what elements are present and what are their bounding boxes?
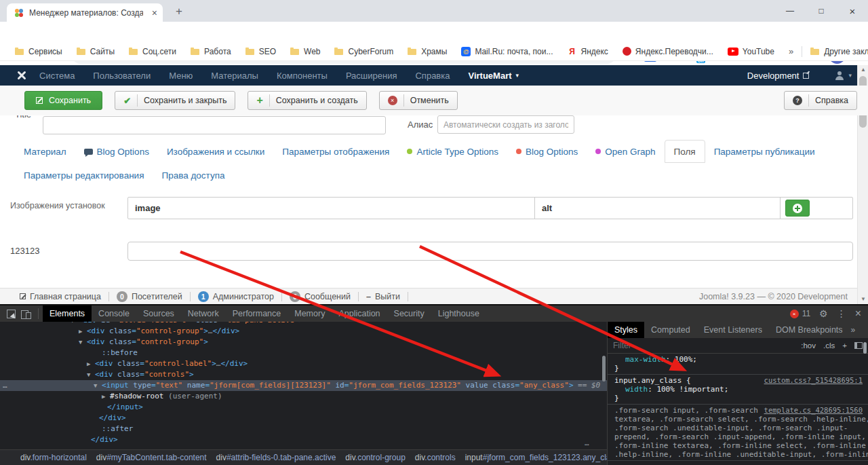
save-close-button[interactable]: ✔ Сохранить и закрыть <box>115 91 235 110</box>
tab-параметры-редактирования[interactable]: Параметры редактирования <box>15 170 153 181</box>
devtools-tab-security[interactable]: Security <box>387 305 431 322</box>
breadcrumb-item[interactable]: div.form-horizontal <box>20 453 87 462</box>
cls-toggle[interactable]: .cls <box>823 341 835 350</box>
menu-item-материалы[interactable]: Материалы <box>211 71 258 81</box>
save-new-button[interactable]: + Сохранить и создать <box>248 91 366 110</box>
devtools-tab-sources[interactable]: Sources <box>136 305 181 322</box>
error-count-badge[interactable]: × 11 <box>790 309 810 318</box>
dom-tree-row[interactable]: </div> <box>0 434 607 445</box>
browser-tab[interactable]: Менеджер материалов: Создан × <box>7 3 163 22</box>
custom-field-input[interactable] <box>127 242 853 261</box>
device-toolbar-icon[interactable] <box>21 309 31 319</box>
style-rule-line[interactable]: } <box>608 394 868 403</box>
tab-close-icon[interactable]: × <box>152 7 157 18</box>
menu-item-virtuemart[interactable]: VirtueMart <box>468 71 511 81</box>
breadcrumb-item[interactable]: div#attrib-fields-0.tab-pane.active <box>216 453 336 462</box>
stylesheet-link[interactable]: template.cs_428695:1560 <box>764 406 868 415</box>
tab-open-graph[interactable]: Open Graph <box>587 147 664 157</box>
tab-blog-options[interactable]: Blog Options <box>507 147 587 157</box>
style-rule-line[interactable]: .form-search .uneditable-input, .form-se… <box>608 424 868 432</box>
development-link[interactable]: Development <box>747 71 800 81</box>
elements-scrollbar-thumb[interactable] <box>602 356 606 382</box>
tab-параметры-публикации[interactable]: Параметры публикации <box>705 147 824 157</box>
bookmark-item[interactable]: YouTube <box>728 47 774 56</box>
hov-toggle[interactable]: :hov <box>801 341 816 350</box>
bookmark-item[interactable]: Web <box>290 47 320 56</box>
admins-status[interactable]: 1 Администратор <box>191 292 282 301</box>
home-page-link[interactable]: Главная страница <box>12 292 109 301</box>
bookmark-item[interactable]: Яндекс.Переводчи... <box>623 47 713 56</box>
visitors-status[interactable]: 0 Посетителей <box>109 292 191 301</box>
bookmarks-overflow-icon[interactable]: » <box>789 46 793 56</box>
alt-subfield[interactable]: alt <box>535 198 781 219</box>
other-bookmarks-button[interactable]: Другие закладки <box>810 47 868 56</box>
menu-item-компоненты[interactable]: Компоненты <box>277 71 328 81</box>
style-rule-line[interactable]: template.cs_428695:1560.form-search inpu… <box>608 406 868 415</box>
devtools-tab-console[interactable]: Console <box>92 305 136 322</box>
style-rule-line[interactable]: } <box>608 364 868 373</box>
styles-tab-styles[interactable]: Styles <box>608 322 644 338</box>
dom-tree-row[interactable]: ::before <box>0 348 607 358</box>
style-rule-line[interactable]: max-width: 100%; <box>608 355 868 364</box>
style-rule-line[interactable]: custom.css?_515428695:1input.any_class { <box>608 376 868 385</box>
dom-tree-row[interactable]: ::after <box>0 424 607 434</box>
menu-item-меню[interactable]: Меню <box>169 71 193 81</box>
user-icon[interactable] <box>835 71 844 80</box>
tab-параметры-отображения[interactable]: Параметры отображения <box>273 147 398 157</box>
devtools-tab-application[interactable]: Application <box>332 305 387 322</box>
breadcrumb-item[interactable]: div.control-group <box>345 453 406 462</box>
bookmark-item[interactable]: Соц.сети <box>129 47 176 56</box>
panel-toggle-icon[interactable] <box>854 342 863 349</box>
logout-link[interactable]: – Выйти <box>359 292 408 301</box>
menu-item-пользователи[interactable]: Пользователи <box>93 71 151 81</box>
styles-tab-event-listeners[interactable]: Event Listeners <box>697 322 769 338</box>
bookmark-item[interactable]: Сервисы <box>15 47 62 56</box>
bookmark-item[interactable]: Сайты <box>77 47 115 56</box>
dom-tree-row[interactable]: …▼<input type="text" name="jform[com_fie… <box>0 380 607 391</box>
style-rule-line[interactable]: prepend, .form-search .input-append, .fo… <box>608 432 868 441</box>
alias-input[interactable] <box>437 115 574 134</box>
messages-status[interactable]: 0 Сообщений <box>282 292 359 301</box>
styles-scrollbar-thumb[interactable] <box>863 342 867 354</box>
bookmark-item[interactable]: Работа <box>191 47 231 56</box>
breadcrumb-item[interactable]: div.controls <box>415 453 456 462</box>
styles-tab-dom-breakpoints[interactable]: DOM Breakpoints <box>769 322 850 338</box>
style-rule-line[interactable]: width: 100% !important; <box>608 385 868 394</box>
new-tab-button[interactable]: + <box>172 5 186 18</box>
inspect-element-icon[interactable] <box>7 310 16 318</box>
devtools-tab-performance[interactable]: Performance <box>226 305 288 322</box>
dom-tree-row[interactable]: </div> <box>0 413 607 424</box>
close-window-button[interactable]: × <box>837 0 868 22</box>
devtools-tab-elements[interactable]: Elements <box>43 305 92 322</box>
menu-item-расширения[interactable]: Расширения <box>346 71 397 81</box>
tab-материал[interactable]: Материал <box>15 147 75 157</box>
dom-tree-row[interactable]: ▶<div class="control-label">…</div> <box>0 358 607 369</box>
minimize-button[interactable]: — <box>774 0 806 22</box>
tab-blog-options[interactable]: Blog Options <box>75 147 158 157</box>
maximize-button[interactable]: □ <box>806 0 837 22</box>
tab-article-type-options[interactable]: Article Type Options <box>398 147 507 157</box>
gear-icon[interactable]: ⚙ <box>819 308 828 319</box>
devtools-menu-icon[interactable]: ⋮ <box>837 308 846 319</box>
cancel-button[interactable]: × Отменить <box>379 91 458 110</box>
tab-поля[interactable]: Поля <box>665 140 705 163</box>
image-subfield[interactable]: image <box>128 198 535 219</box>
breadcrumb-item[interactable]: input#jform_com_fields_123123.any_class <box>465 453 607 462</box>
devtools-tab-lighthouse[interactable]: Lighthouse <box>431 305 486 322</box>
breadcrumb-item[interactable]: div#myTabContent.tab-content <box>96 453 207 462</box>
save-button[interactable]: Сохранить <box>24 91 102 110</box>
style-rule-line[interactable]: .help-inline, .form-inline .uneditable-i… <box>608 450 868 459</box>
styles-tabs-overflow[interactable]: » <box>851 325 856 335</box>
style-rule-line[interactable]: textarea, .form-search select, .form-sea… <box>608 415 868 424</box>
bookmark-item[interactable]: SEO <box>245 47 276 56</box>
help-button[interactable]: ? Справка <box>784 91 857 110</box>
bookmark-item[interactable]: ЯЯндекс <box>568 47 608 56</box>
menu-item-справка[interactable]: Справка <box>415 71 450 81</box>
scroll-up-icon[interactable]: ▲ <box>858 65 868 75</box>
chevron-down-icon[interactable]: ▾ <box>848 72 852 79</box>
scroll-down-icon[interactable]: ▼ <box>858 295 868 304</box>
add-row-button[interactable] <box>785 200 810 217</box>
styles-tab-computed[interactable]: Computed <box>644 322 697 338</box>
bookmark-item[interactable]: CyberForum <box>334 47 393 56</box>
devtools-tab-network[interactable]: Network <box>181 305 226 322</box>
